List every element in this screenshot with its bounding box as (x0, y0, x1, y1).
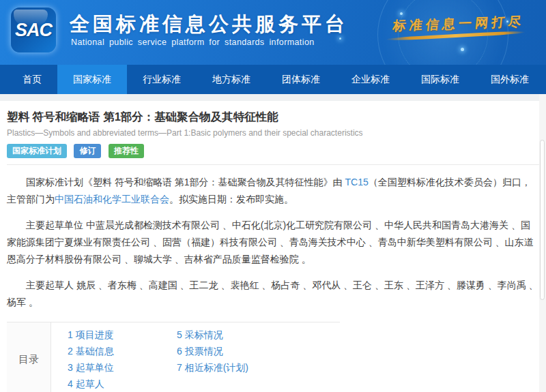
nav-item-enterprise-standards[interactable]: 企业标准 (336, 65, 405, 94)
badge-national-standard-plan: 国家标准计划 (7, 144, 67, 158)
toc-columns: 1 项目进度 2 基础信息 3 起草单位 4 起草人 5 采标情况 6 投票情况… (51, 322, 248, 392)
sac-logo-text: SAC (15, 20, 52, 41)
summary-paragraph-scope: 国家标准计划《塑料 符号和缩略语 第1部分：基础聚合物及其特征性能》由 TC15… (7, 174, 539, 208)
summary-text: 。拟实施日期：发布即实施。 (169, 194, 293, 205)
toc-link-voting-status[interactable]: 6 投票情况 (177, 343, 248, 359)
site-subtitle-en: National public service platform for sta… (71, 37, 315, 47)
toc-label: 目录 (7, 322, 51, 392)
page-background-strip (0, 94, 546, 101)
scrollbar-thumb[interactable] (540, 140, 545, 300)
glow-dot-decoration (400, 12, 403, 15)
nav-item-home[interactable]: 首页 (7, 65, 57, 94)
sac-logo[interactable]: SAC (11, 7, 56, 52)
competent-department-link[interactable]: 中国石油和化学工业联合会 (55, 194, 169, 205)
nav-item-local-standards[interactable]: 地方标准 (197, 65, 266, 94)
toc-link-drafters[interactable]: 4 起草人 (68, 376, 177, 392)
badge-revision: 修订 (74, 144, 101, 158)
tc15-link[interactable]: TC15 (345, 177, 368, 187)
toc-column-1: 1 项目进度 2 基础信息 3 起草单位 4 起草人 (68, 327, 177, 392)
nav-item-industry-standards[interactable]: 行业标准 (127, 65, 197, 94)
summary-paragraph-drafters: 主要起草人 姚辰 、者东梅 、高建国 、王二龙 、裴艳红 、杨占奇 、邓代从 、… (7, 277, 539, 311)
toc-link-adoption-status[interactable]: 5 采标情况 (177, 327, 248, 343)
badge-row: 国家标准计划 修订 推荐性 (7, 144, 539, 158)
toc-link-drafting-units[interactable]: 3 起草单位 (68, 359, 177, 376)
glow-dot-decoration (461, 48, 464, 51)
toc-link-basic-info[interactable]: 2 基础信息 (68, 343, 177, 359)
nav-item-group-standards[interactable]: 团体标准 (266, 65, 336, 94)
site-title: 全国标准信息公共服务平台 (70, 11, 348, 38)
title-divider (7, 164, 539, 165)
toc-link-project-progress[interactable]: 1 项目进度 (68, 327, 177, 343)
standard-title-en: Plastics—Symbols and abbreviated terms—P… (7, 128, 539, 138)
summary-text: 国家标准计划《塑料 符号和缩略语 第1部分：基础聚合物及其特征性能》由 (26, 177, 345, 187)
toc-link-similar-standards[interactable]: 7 相近标准(计划) (177, 359, 248, 376)
toc-column-2: 5 采标情况 6 投票情况 7 相近标准(计划) (177, 327, 248, 392)
scrollbar-track[interactable] (539, 94, 546, 392)
nav-item-national-standards[interactable]: 国家标准 (57, 65, 127, 94)
summary-paragraph-drafting-units: 主要起草单位 中蓝晨光成都检测技术有限公司 、中石化(北京)化工研究院有限公司 … (7, 217, 539, 268)
main-nav: 首页 国家标准 行业标准 地方标准 团体标准 企业标准 国际标准 国外标准 示范… (0, 65, 546, 94)
nav-item-foreign-standards[interactable]: 国外标准 (475, 65, 545, 94)
badge-recommended: 推荐性 (109, 144, 144, 158)
table-of-contents: 目录 1 项目进度 2 基础信息 3 起草单位 4 起草人 5 采标情况 6 投… (7, 322, 340, 392)
site-header: SAC 全国标准信息公共服务平台 National public service… (0, 0, 546, 65)
nav-item-international-standards[interactable]: 国际标准 (405, 65, 475, 94)
standard-title-cn: 塑料 符号和缩略语 第1部分：基础聚合物及其特征性能 (7, 110, 539, 125)
main-content: 塑料 符号和缩略语 第1部分：基础聚合物及其特征性能 Plastics—Symb… (0, 110, 546, 392)
